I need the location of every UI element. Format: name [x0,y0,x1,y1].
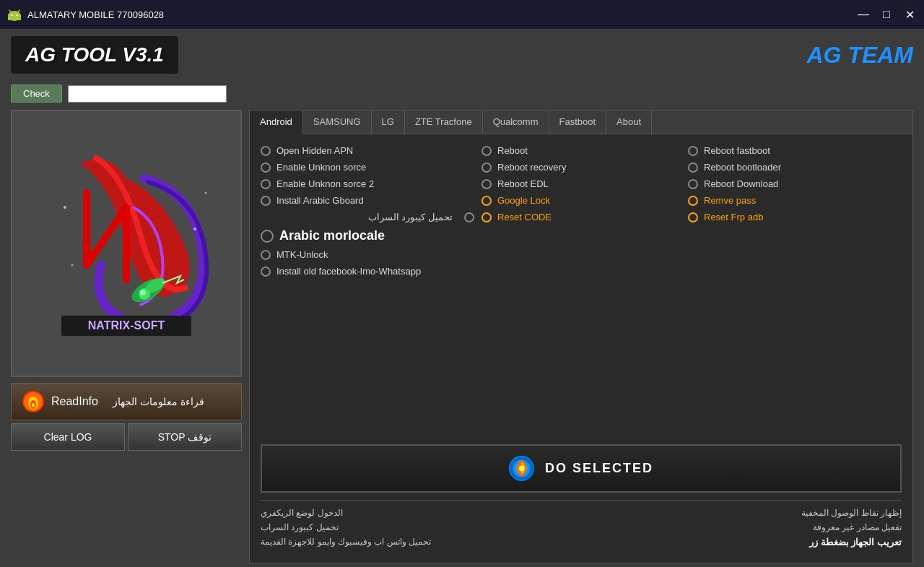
option-label: Install Arabic Gboard [276,195,364,206]
svg-point-14 [205,192,207,194]
option-reset-frp-adb[interactable]: Reset Frp adb [688,212,902,222]
clear-log-button[interactable]: Clear LOG [11,423,125,451]
tabs-header: Android SAMSUNG LG ZTE Tracfone Qualcomm… [250,111,912,134]
readinfo-arabic: قراءة معلومات الجهاز [113,396,204,407]
svg-point-12 [193,228,196,230]
middle-options: Reboot Reboot recovery Reboot EDL G [474,145,688,430]
description-area: إظهار نقاط الوصول المخفية الدخول لوضع ال… [261,500,902,552]
radio-dot [261,230,274,243]
option-label: Reboot EDL [497,178,549,189]
option-enable-unknon-sorce2[interactable]: Enable Unknon sorce 2 [261,178,474,189]
option-reboot-fastboot[interactable]: Reboot fastboot [688,145,902,156]
radio-dot [261,250,271,260]
option-mtk-unlock[interactable]: MTK-Unlock [261,249,474,260]
tab-qualcomm[interactable]: Qualcomm [483,111,549,134]
close-button[interactable]: ✕ [902,8,917,22]
desc-item: إظهار نقاط الوصول المخفية [801,508,902,518]
option-label: Reboot Download [704,178,778,189]
option-open-hidden-apn[interactable]: Open Hidden APN [261,145,474,156]
radio-dot [481,212,492,222]
right-panel: Android SAMSUNG LG ZTE Tracfone Qualcomm… [249,110,913,563]
option-install-old-apps[interactable]: Install old facebook-Imo-Whatsapp [261,266,474,277]
radio-dot [688,163,698,173]
radio-dot [481,196,492,206]
svg-point-24 [518,466,524,472]
desc-item: تحميل واتس اب وفيسبوك وايمو للاجهزة القد… [261,537,431,547]
do-selected-area: DO SELECTED [261,444,902,493]
left-options: Open Hidden APN Enable Unknon sorce Enab… [261,145,474,430]
readinfo-label: ReadInfo [51,395,98,408]
svg-point-3 [16,14,17,16]
option-label: Enable Unknon sorce [276,162,366,173]
option-reset-code[interactable]: Reset CODE [481,212,688,222]
radio-dot [688,196,698,206]
radio-dot [464,212,474,222]
option-reboot-download[interactable]: Reboot Download [688,178,902,189]
readinfo-button[interactable]: ReadInfo قراءة معلومات الجهاز [11,383,242,420]
tab-about[interactable]: About [606,111,652,134]
option-label: Reboot bootloader [704,162,781,173]
radio-dot [261,179,271,189]
options-grid: Open Hidden APN Enable Unknon sorce Enab… [261,145,902,430]
desc-row-3: تعريب الجهاز بضغطة زر تحميل واتس اب وفيس… [261,537,902,547]
flame-icon [23,391,43,412]
team-label: AG TEAM [806,42,913,69]
radio-dot [481,146,492,156]
do-selected-label: DO SELECTED [545,461,653,476]
radio-dot [688,146,698,156]
maximize-button[interactable]: □ [879,8,894,22]
option-remove-pass[interactable]: Remve pass [688,195,902,206]
option-reboot-bootloader[interactable]: Reboot bootloader [688,162,902,173]
title-bar-controls: — □ ✕ [856,8,917,22]
option-label: Enable Unknon sorce 2 [276,178,374,189]
option-install-arabic-gboard[interactable]: Install Arabic Gboard [261,195,474,206]
team-text: AG TEAM [806,42,913,68]
firefox-icon [509,456,534,481]
svg-point-11 [64,206,66,209]
readinfo-text-container: ReadInfo قراءة معلومات الجهاز [51,395,204,408]
option-google-lock[interactable]: Google Lock [481,195,688,206]
tab-samsung[interactable]: SAMSUNG [303,111,372,134]
minimize-button[interactable]: — [856,8,871,22]
radio-dot [261,267,271,277]
option-label: Reboot fastboot [704,145,770,156]
readinfo-icon [22,391,44,412]
tab-android[interactable]: Android [250,111,303,134]
do-selected-button[interactable]: DO SELECTED [261,444,902,493]
option-arabic-keyboard[interactable]: تحميل كيبورد السراب [261,212,474,222]
title-bar: ALMATARY MOBILE 770096028 — □ ✕ [0,0,924,29]
radio-dot [261,196,271,206]
svg-line-4 [9,10,11,12]
bottom-buttons: ReadInfo قراءة معلومات الجهاز Clear LOG … [11,383,242,451]
radio-dot [688,179,698,189]
option-reboot[interactable]: Reboot [481,145,688,156]
content-area: NATRIX-SOFT ReadInfo قرا [0,106,924,567]
window-title: ALMATARY MOBILE 770096028 [27,9,164,20]
option-enable-unknon-sorce[interactable]: Enable Unknon sorce [261,162,474,173]
desc-item: الدخول لوضع الريكفري [261,508,343,518]
radio-dot [481,163,492,173]
logo-box: AG TOOL V3.1 [11,36,178,74]
option-label: Reboot recovery [497,162,566,173]
tab-lg[interactable]: LG [372,111,405,134]
desc-highlight: تعريب الجهاز بضغطة زر [809,537,902,547]
check-button[interactable]: Check [11,85,62,103]
check-input[interactable] [68,85,227,103]
svg-text:NATRIX-SOFT: NATRIX-SOFT [88,319,165,332]
android-icon [7,7,22,22]
left-panel: NATRIX-SOFT ReadInfo قرا [11,110,242,563]
desc-item: تفعيل مصادر غير معروفة [813,522,902,532]
main-window: AG TOOL V3.1 AG TEAM Check [0,29,924,567]
option-reboot-edl[interactable]: Reboot EDL [481,178,688,189]
android-tab-content: Open Hidden APN Enable Unknon sorce Enab… [250,134,912,563]
option-arabic-morlocale[interactable]: Arabic morlocale [261,228,474,243]
tab-fastboot[interactable]: Fastboot [549,111,607,134]
option-label: Remve pass [704,195,756,206]
option-label: Reset Frp adb [704,212,763,222]
tab-zte-tracfone[interactable]: ZTE Tracfone [405,111,483,134]
right-options: Reboot fastboot Reboot bootloader Reboot… [688,145,902,430]
stop-button[interactable]: STOP توقف [128,423,242,451]
option-reboot-recovery[interactable]: Reboot recovery [481,162,688,173]
option-label: Arabic morlocale [279,228,385,243]
radio-dot [688,212,698,222]
